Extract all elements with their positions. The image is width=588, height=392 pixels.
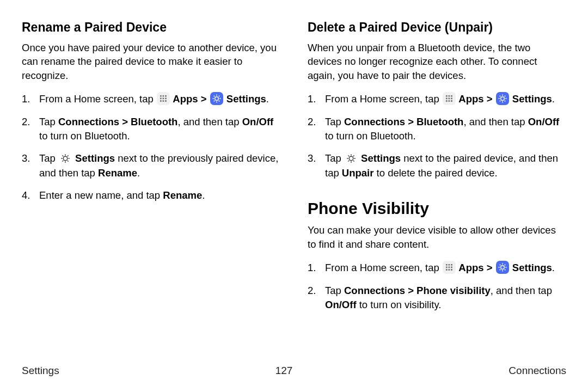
apps-icon	[157, 92, 170, 105]
rename-heading: Rename a Paired Device	[22, 20, 280, 35]
settings-icon	[496, 92, 509, 105]
visibility-heading: Phone Visibility	[308, 199, 566, 218]
list-item: Tap Settings next to the previously pair…	[22, 151, 280, 180]
gear-icon	[345, 152, 358, 165]
list-item: From a Home screen, tap Apps > Settings.	[308, 92, 566, 106]
list-item: From a Home screen, tap Apps > Settings.	[308, 261, 566, 275]
gear-icon	[59, 152, 72, 165]
visibility-intro: You can make your device visible to allo…	[308, 223, 566, 251]
list-item: Tap Connections > Bluetooth, and then ta…	[22, 115, 280, 143]
page-footer: Settings 127 Connections	[22, 365, 566, 377]
list-item: Enter a new name, and tap Rename.	[22, 188, 280, 203]
settings-icon	[496, 261, 509, 274]
page-number: 127	[275, 365, 293, 377]
delete-intro: When you unpair from a Bluetooth device,…	[308, 41, 566, 83]
delete-steps: From a Home screen, tap Apps > Settings.…	[308, 92, 566, 180]
list-item: Tap Connections > Phone visibility, and …	[308, 284, 566, 311]
delete-heading: Delete a Paired Device (Unpair)	[308, 20, 566, 35]
footer-right: Connections	[509, 365, 566, 377]
rename-steps: From a Home screen, tap Apps > Settings.…	[22, 92, 280, 202]
visibility-steps: From a Home screen, tap Apps > Settings.…	[308, 261, 566, 311]
apps-icon	[443, 92, 456, 105]
rename-intro: Once you have paired your device to anot…	[22, 41, 280, 83]
list-item: Tap Settings next to the paired device, …	[308, 151, 566, 180]
left-column: Rename a Paired Device Once you have pai…	[22, 20, 280, 320]
footer-left: Settings	[22, 365, 59, 377]
apps-icon	[443, 261, 456, 274]
right-column: Delete a Paired Device (Unpair) When you…	[308, 20, 566, 320]
list-item: From a Home screen, tap Apps > Settings.	[22, 92, 280, 106]
list-item: Tap Connections > Bluetooth, and then ta…	[308, 115, 566, 143]
settings-icon	[210, 92, 223, 105]
